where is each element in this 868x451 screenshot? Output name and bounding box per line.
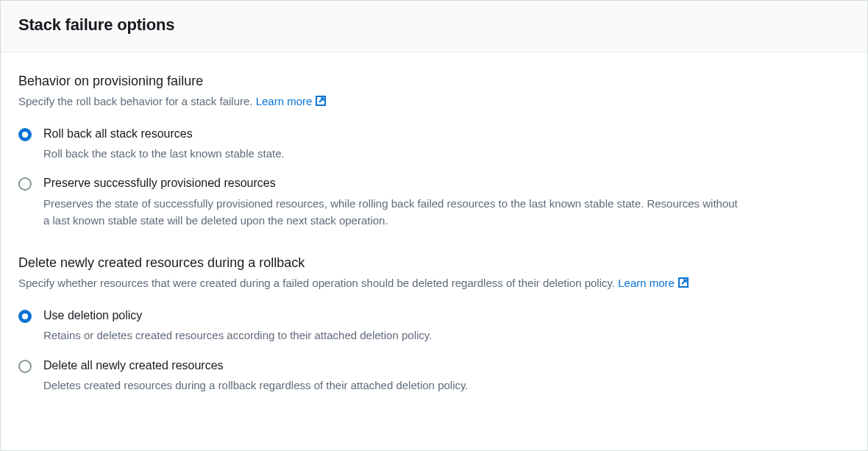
learn-more-text: Learn more [618, 277, 675, 289]
radio-group-provisioning: Roll back all stack resources Roll back … [18, 126, 850, 230]
radio-label: Use deletion policy [43, 308, 739, 324]
radio-description: Retains or deletes created resources acc… [43, 327, 739, 344]
stack-failure-panel: Stack failure options Behavior on provis… [0, 0, 868, 451]
section-provisioning-failure: Behavior on provisioning failure Specify… [18, 74, 850, 229]
section-desc-delete: Specify whether resources that were crea… [18, 275, 850, 293]
section-heading-provisioning: Behavior on provisioning failure [18, 74, 850, 89]
radio-option-use-deletion-policy[interactable]: Use deletion policy Retains or deletes c… [18, 308, 739, 344]
radio-description: Roll back the stack to the last known st… [43, 145, 739, 162]
panel-body: Behavior on provisioning failure Specify… [1, 53, 867, 438]
section-desc-provisioning: Specify the roll back behavior for a sta… [18, 93, 850, 111]
radio-indicator [18, 360, 32, 373]
section-desc-text: Specify whether resources that were crea… [18, 277, 618, 289]
radio-indicator [18, 310, 32, 323]
radio-label: Roll back all stack resources [43, 126, 739, 142]
radio-description: Deletes created resources during a rollb… [43, 377, 739, 394]
radio-indicator [18, 177, 32, 191]
radio-option-rollback-all[interactable]: Roll back all stack resources Roll back … [18, 126, 739, 163]
external-link-icon [677, 277, 689, 293]
learn-more-link-provisioning[interactable]: Learn more [256, 95, 327, 107]
radio-option-delete-all[interactable]: Delete all newly created resources Delet… [18, 358, 739, 394]
learn-more-text: Learn more [256, 95, 313, 107]
learn-more-link-delete[interactable]: Learn more [618, 277, 689, 289]
section-heading-delete: Delete newly created resources during a … [18, 255, 850, 271]
radio-description: Preserves the state of successfully prov… [43, 195, 739, 230]
radio-group-delete: Use deletion policy Retains or deletes c… [18, 308, 850, 394]
radio-option-preserve[interactable]: Preserve successfully provisioned resour… [18, 175, 739, 229]
section-desc-text: Specify the roll back behavior for a sta… [18, 95, 256, 107]
radio-indicator [18, 128, 32, 141]
external-link-icon [315, 95, 327, 111]
radio-content: Roll back all stack resources Roll back … [43, 126, 739, 163]
section-delete-resources: Delete newly created resources during a … [18, 255, 850, 394]
radio-content: Use deletion policy Retains or deletes c… [43, 308, 739, 344]
radio-content: Delete all newly created resources Delet… [43, 358, 739, 394]
panel-title: Stack failure options [18, 15, 850, 35]
radio-label: Preserve successfully provisioned resour… [43, 175, 739, 191]
radio-content: Preserve successfully provisioned resour… [43, 175, 739, 229]
panel-header: Stack failure options [1, 1, 867, 53]
radio-label: Delete all newly created resources [43, 358, 739, 374]
